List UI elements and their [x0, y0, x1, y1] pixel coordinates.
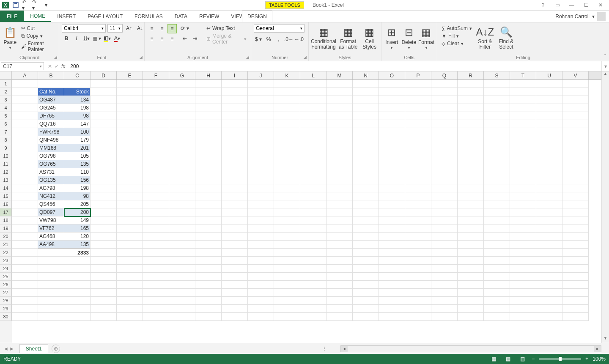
- cell-Q30[interactable]: [431, 313, 458, 321]
- column-header-S[interactable]: S: [484, 71, 510, 79]
- cell-Q11[interactable]: [431, 160, 458, 168]
- cell-S25[interactable]: [484, 273, 510, 281]
- cell-P20[interactable]: [405, 233, 431, 241]
- cell-G13[interactable]: [169, 176, 195, 184]
- cell-M10[interactable]: [326, 152, 353, 160]
- cell-H22[interactable]: [195, 249, 222, 257]
- cell-J19[interactable]: [248, 224, 274, 233]
- cell-K22[interactable]: [274, 249, 300, 257]
- cell-A27[interactable]: [12, 289, 38, 297]
- cell-H10[interactable]: [195, 152, 222, 160]
- cell-N24[interactable]: [353, 265, 379, 273]
- align-top-icon[interactable]: ≡: [147, 24, 156, 33]
- cell-D14[interactable]: [91, 184, 117, 192]
- cell-J5[interactable]: [248, 112, 274, 120]
- cell-R27[interactable]: [458, 289, 484, 297]
- cell-H19[interactable]: [195, 224, 222, 233]
- cell-I3[interactable]: [222, 96, 248, 104]
- enter-formula-icon[interactable]: ✓: [55, 63, 59, 69]
- cell-H12[interactable]: [195, 168, 222, 176]
- cell-P24[interactable]: [405, 265, 431, 273]
- cell-F24[interactable]: [143, 265, 169, 273]
- cell-G8[interactable]: [169, 136, 195, 144]
- cell-R25[interactable]: [458, 273, 484, 281]
- cell-D19[interactable]: [91, 224, 117, 233]
- cell-U22[interactable]: [536, 249, 562, 257]
- cell-M20[interactable]: [326, 233, 353, 241]
- cell-Q4[interactable]: [431, 104, 458, 112]
- alignment-launcher[interactable]: ◢: [245, 55, 250, 60]
- help-icon[interactable]: ?: [538, 1, 548, 9]
- cell-A17[interactable]: [12, 208, 38, 216]
- cell-D21[interactable]: [91, 241, 117, 249]
- cell-G20[interactable]: [169, 233, 195, 241]
- cell-N25[interactable]: [353, 273, 379, 281]
- cell-D15[interactable]: [91, 192, 117, 200]
- cell-D9[interactable]: [91, 144, 117, 152]
- cell-U8[interactable]: [536, 136, 562, 144]
- cell-L23[interactable]: [300, 257, 326, 265]
- cell-M7[interactable]: [326, 128, 353, 136]
- number-launcher[interactable]: ◢: [302, 55, 307, 60]
- cell-C18[interactable]: 149: [64, 216, 91, 224]
- cell-K12[interactable]: [274, 168, 300, 176]
- cell-R6[interactable]: [458, 120, 484, 128]
- cell-G14[interactable]: [169, 184, 195, 192]
- cell-I8[interactable]: [222, 136, 248, 144]
- percent-format-icon[interactable]: %: [264, 35, 273, 44]
- expand-formula-bar-icon[interactable]: ▾: [601, 61, 609, 71]
- zoom-out-button[interactable]: −: [532, 356, 535, 362]
- column-header-O[interactable]: O: [379, 71, 405, 79]
- cell-T26[interactable]: [510, 281, 536, 289]
- column-header-I[interactable]: I: [222, 71, 248, 79]
- cell-I18[interactable]: [222, 216, 248, 224]
- cell-U9[interactable]: [536, 144, 562, 152]
- cell-M4[interactable]: [326, 104, 353, 112]
- cell-D24[interactable]: [91, 265, 117, 273]
- cell-O9[interactable]: [379, 144, 405, 152]
- cell-C29[interactable]: [64, 305, 91, 313]
- cell-J26[interactable]: [248, 281, 274, 289]
- cell-B22[interactable]: [38, 249, 64, 257]
- cell-G2[interactable]: [169, 88, 195, 96]
- cell-I1[interactable]: [222, 80, 248, 88]
- cell-E12[interactable]: [117, 168, 143, 176]
- cell-G4[interactable]: [169, 104, 195, 112]
- cell-J8[interactable]: [248, 136, 274, 144]
- cell-T5[interactable]: [510, 112, 536, 120]
- cell-Q1[interactable]: [431, 80, 458, 88]
- cell-H5[interactable]: [195, 112, 222, 120]
- cell-V18[interactable]: [562, 216, 589, 224]
- cell-G6[interactable]: [169, 120, 195, 128]
- cell-G25[interactable]: [169, 273, 195, 281]
- cell-O15[interactable]: [379, 192, 405, 200]
- cell-M25[interactable]: [326, 273, 353, 281]
- cell-G27[interactable]: [169, 289, 195, 297]
- column-header-C[interactable]: C: [64, 71, 91, 79]
- cell-L6[interactable]: [300, 120, 326, 128]
- cell-S29[interactable]: [484, 305, 510, 313]
- cell-U12[interactable]: [536, 168, 562, 176]
- cell-Q18[interactable]: [431, 216, 458, 224]
- tab-design[interactable]: DESIGN: [242, 11, 272, 22]
- cell-L1[interactable]: [300, 80, 326, 88]
- cell-D22[interactable]: [91, 249, 117, 257]
- scroll-left-icon[interactable]: ◄: [341, 346, 348, 352]
- row-header-5[interactable]: 5: [0, 112, 12, 120]
- cell-E21[interactable]: [117, 241, 143, 249]
- cell-A15[interactable]: [12, 192, 38, 200]
- cell-K15[interactable]: [274, 192, 300, 200]
- page-break-view-icon[interactable]: ▥: [517, 355, 527, 363]
- cell-V2[interactable]: [562, 88, 589, 96]
- cell-Q24[interactable]: [431, 265, 458, 273]
- cell-U26[interactable]: [536, 281, 562, 289]
- cell-Q26[interactable]: [431, 281, 458, 289]
- cell-R17[interactable]: [458, 208, 484, 216]
- cell-S2[interactable]: [484, 88, 510, 96]
- cell-I28[interactable]: [222, 297, 248, 305]
- merge-center-button[interactable]: ⊞Merge & Center ▾: [205, 33, 248, 45]
- cell-R23[interactable]: [458, 257, 484, 265]
- cell-B15[interactable]: NG412: [38, 192, 64, 200]
- cell-G15[interactable]: [169, 192, 195, 200]
- cell-S3[interactable]: [484, 96, 510, 104]
